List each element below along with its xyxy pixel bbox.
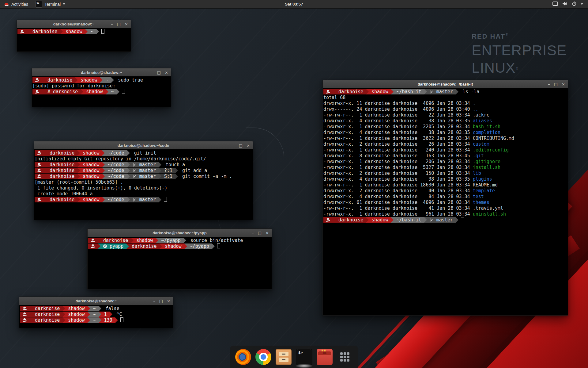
- command-text: source bin/activate: [186, 238, 243, 243]
- minimize-button[interactable]: –: [111, 22, 113, 26]
- prompt-separator: [366, 217, 369, 223]
- terminal-line: -rwxrwxr-x. 1 darknoise darknoise 961 Ja…: [323, 211, 568, 217]
- prompt-separator: [29, 317, 32, 323]
- terminal-content[interactable]: darknoiseshadow~/code git initInitialize…: [34, 149, 253, 220]
- drawer-fronts: [279, 352, 288, 362]
- maximize-button[interactable]: □: [157, 71, 161, 75]
- prompt-segment: 130: [101, 317, 115, 323]
- red-hat-icon: [326, 218, 330, 221]
- terminal-window-code: darknoise@shadow:~/code – □ × darknoises…: [34, 141, 253, 220]
- git-branch-icon: [430, 90, 433, 94]
- prompt-segment: ?:1: [161, 168, 175, 173]
- close-button[interactable]: ×: [266, 231, 269, 235]
- prompt-segment: [32, 89, 42, 94]
- terminal-content[interactable]: darknoiseshadow~ sudo true[sudo] passwor…: [32, 76, 171, 107]
- chrome-icon[interactable]: [255, 349, 271, 365]
- prompt-separator: [75, 77, 78, 83]
- close-button[interactable]: ×: [562, 82, 565, 86]
- python-venv-icon: e: [103, 244, 107, 248]
- clock[interactable]: Sat 03:57: [285, 2, 303, 6]
- prompt-separator: [42, 77, 45, 83]
- red-hat-icon: [23, 307, 27, 310]
- output-text: drwx------. 24 darknoise darknoise 4096 …: [323, 106, 473, 112]
- output-text: drwxrwxr-x. 2 darknoise darknoise 40 Jan…: [323, 188, 473, 194]
- window-titlebar[interactable]: darknoise@shadow:~ – □ ×: [19, 297, 173, 305]
- window-titlebar[interactable]: darknoise@shadow:~ – □ ×: [32, 68, 171, 77]
- maximize-button[interactable]: □: [258, 231, 262, 235]
- close-button[interactable]: ×: [247, 144, 250, 148]
- output-text: drwxrwxr-x. 61 darknoise darknoise 4096 …: [323, 200, 473, 205]
- prompt-segment: [17, 29, 27, 34]
- system-status-area[interactable]: [551, 0, 585, 8]
- window-titlebar[interactable]: darknoise@shadow:~/code – □ ×: [34, 141, 253, 150]
- prompt-separator: [62, 312, 65, 317]
- prompt-segment: [88, 238, 98, 243]
- minimize-button[interactable]: –: [151, 71, 153, 75]
- terminal-content[interactable]: darknoiseshadow~: [17, 28, 131, 52]
- maximize-button[interactable]: □: [117, 22, 121, 26]
- prompt-segment: ~/pyapp: [187, 243, 212, 249]
- toolbox-icon[interactable]: [317, 349, 333, 365]
- maximize-button[interactable]: □: [239, 144, 243, 148]
- output-text: drwxrwxr-x. 4 darknoise darknoise 38 Jan…: [323, 118, 473, 124]
- output-text: README.md: [473, 182, 498, 188]
- command-text: sudo true: [114, 77, 143, 83]
- terminal-line: darknoiseshadow~130: [20, 317, 173, 323]
- prompt-separator: [391, 89, 394, 94]
- window-title: darknoise@shadow:~: [76, 299, 117, 303]
- output-text: -rw-rw-r--. 1 darknoise darknoise 22 Jan…: [323, 112, 473, 118]
- terminal-line: [master (root-commit) 50bcb63] .: [35, 179, 253, 185]
- prompt-segment: darknoise: [30, 29, 60, 34]
- terminal-icon[interactable]: $>: [296, 349, 312, 365]
- red-hat-logo-icon: [4, 2, 9, 6]
- terminal-line: darknoiseshadow~/bash-it master ls -la: [323, 89, 568, 95]
- prompt-separator: [175, 174, 178, 179]
- prompt-segment: master: [427, 217, 456, 223]
- output-text: CONTRIBUTING.md: [473, 136, 514, 141]
- terminal-line: drwxrwxr-x. 11 darknoise darknoise 4096 …: [323, 101, 568, 106]
- minimize-button[interactable]: –: [233, 144, 235, 148]
- prompt-separator: [42, 89, 45, 94]
- prompt-segment: darknoise: [45, 77, 75, 83]
- maximize-button[interactable]: □: [159, 299, 163, 303]
- activities-button[interactable]: Activities: [0, 0, 32, 8]
- app-grid-icon[interactable]: [337, 349, 353, 365]
- close-button[interactable]: ×: [167, 299, 170, 303]
- close-button[interactable]: ×: [165, 71, 168, 75]
- minimize-button[interactable]: –: [252, 231, 254, 235]
- prompt-segment: shadow: [65, 312, 87, 317]
- window-title: darknoise@shadow:~/pyapp: [153, 231, 206, 235]
- window-titlebar[interactable]: darknoise@shadow:~/pyapp – □ ×: [88, 229, 272, 237]
- terminal-line: darknoiseshadow~/code master?:1 git add …: [35, 168, 253, 174]
- prompt-separator: [87, 306, 90, 311]
- output-text: drwxrwxr-x. 4 darknoise darknoise 38 Jan…: [323, 130, 473, 135]
- prompt-segment: shadow: [80, 150, 102, 156]
- firefox-icon[interactable]: [235, 349, 251, 365]
- maximize-button[interactable]: □: [554, 82, 558, 86]
- app-menu-button[interactable]: $> Terminal: [32, 0, 69, 8]
- prompt-separator: [159, 162, 161, 167]
- prompt-separator: [99, 306, 101, 311]
- terminal-content[interactable]: darknoiseshadow~/bash-it master ls -lato…: [323, 88, 568, 315]
- red-hat-icon: [35, 90, 39, 93]
- window-titlebar[interactable]: darknoise@shadow:~/bash-it – □ ×: [323, 80, 568, 88]
- prompt-segment: ~/code: [105, 162, 127, 167]
- terminal-window-pyapp: darknoise@shadow:~/pyapp – □ × darknoise…: [87, 228, 272, 289]
- prompt-segment: master: [130, 197, 159, 202]
- output-text: .travis.yml: [473, 205, 503, 211]
- prompt-segment: darknoise: [336, 217, 366, 223]
- files-icon[interactable]: [276, 349, 292, 365]
- prompt-segment: ~/code: [105, 197, 127, 202]
- terminal-line: 1 file changed, 0 insertions(+), 0 delet…: [35, 185, 253, 191]
- terminal-line: -rw-rw-r--. 1 darknoise darknoise 22 Jan…: [323, 112, 568, 118]
- output-text: total 68: [323, 95, 345, 100]
- window-titlebar[interactable]: darknoise@shadow:~ – □ ×: [17, 20, 131, 28]
- output-text: -rwxrwxr-x. 1 darknoise darknoise 5327 J…: [323, 165, 473, 170]
- minimize-button[interactable]: –: [153, 299, 155, 303]
- terminal-content[interactable]: darknoiseshadow~/pyapp source bin/activa…: [88, 237, 272, 289]
- prompt-segment: master: [130, 174, 159, 179]
- close-button[interactable]: ×: [125, 22, 128, 26]
- terminal-content[interactable]: darknoiseshadow~ falsedarknoiseshadow~1 …: [19, 305, 173, 328]
- minimize-button[interactable]: –: [548, 82, 550, 86]
- terminal-line: drwxrwxr-x. 4 darknoise darknoise 38 Jan…: [323, 176, 568, 182]
